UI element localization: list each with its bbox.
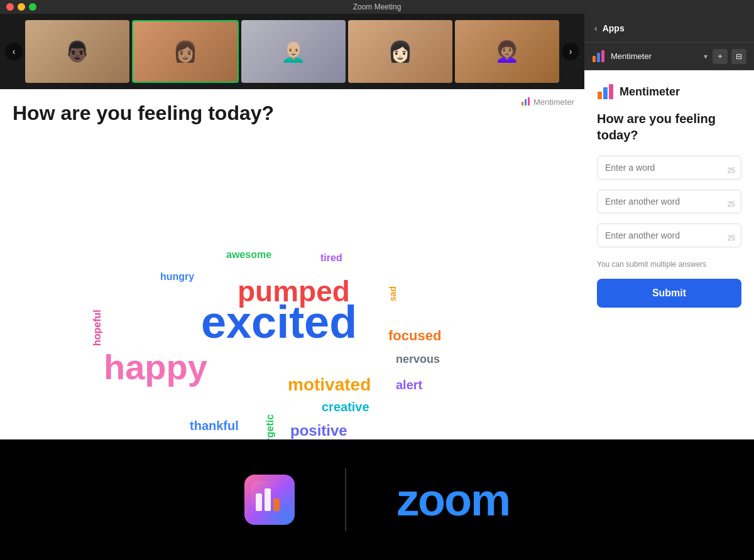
app-logo-svg — [251, 481, 288, 519]
menti-card-header: Mentimeter — [597, 83, 741, 100]
svg-rect-12 — [273, 498, 280, 511]
word-sad: sad — [388, 286, 398, 301]
video-thumb-4: 👩🏻 — [348, 20, 452, 83]
menti-action-filter[interactable]: ⊟ — [731, 49, 746, 64]
svg-rect-5 — [601, 50, 604, 62]
menti-card-question: How are you feeling today? — [597, 110, 741, 143]
participant-1: 👨🏿 — [25, 20, 129, 83]
mentimeter-logo-icon — [521, 97, 531, 107]
svg-rect-7 — [603, 87, 608, 99]
word-tired: tired — [320, 252, 342, 264]
word-input-wrapper-1: 25 — [597, 156, 741, 185]
word-alert: alert — [396, 378, 422, 392]
svg-rect-10 — [256, 493, 262, 511]
word-pumped: pumped — [238, 274, 350, 308]
word-input-wrapper-2: 25 — [597, 190, 741, 218]
svg-rect-2 — [528, 97, 530, 105]
participant-2: 👩🏽 — [133, 21, 238, 82]
presentation-question: How are you feeling today? — [13, 102, 274, 125]
zoom-app-icon — [244, 475, 295, 525]
video-strip: ‹ 👨🏿 👩🏽 👨🏼‍🦲 👩🏻 👩🏽‍🦱 › — [0, 14, 584, 89]
submit-hint: You can submit multiple answers — [597, 260, 741, 269]
word-nervous: nervous — [396, 353, 440, 366]
menti-action-add[interactable]: + — [713, 49, 728, 64]
video-thumb-3: 👨🏼‍🦲 — [241, 20, 346, 83]
word-input-3[interactable] — [597, 223, 741, 247]
video-thumb-1: 👨🏿 — [25, 20, 129, 83]
word-awesome: awesome — [226, 249, 271, 261]
word-positive: positive — [290, 422, 347, 439]
svg-rect-1 — [525, 99, 527, 105]
apps-chevron-icon[interactable]: ‹ — [594, 23, 598, 33]
video-nav-left[interactable]: ‹ — [5, 43, 23, 60]
participant-4: 👩🏻 — [348, 20, 452, 83]
char-count-1: 25 — [728, 166, 735, 174]
video-nav-right[interactable]: › — [562, 43, 579, 60]
char-count-3: 25 — [728, 234, 735, 242]
word-motivated: motivated — [288, 375, 371, 395]
word-happy: happy — [104, 347, 207, 387]
svg-rect-11 — [265, 488, 271, 511]
window-buttons — [6, 3, 36, 11]
window-title: Zoom Meeting — [353, 3, 402, 11]
word-focused: focused — [388, 328, 441, 344]
mentimeter-logo-main: Mentimeter — [521, 97, 574, 107]
word-hungry: hungry — [160, 271, 194, 283]
apps-header: ‹ Apps — [584, 14, 754, 43]
svg-rect-4 — [597, 53, 600, 62]
char-count-2: 25 — [728, 200, 735, 208]
menti-card-logo-icon — [597, 83, 615, 100]
mentimeter-bar-label: Mentimeter — [611, 51, 699, 61]
word-input-2[interactable] — [597, 190, 741, 213]
svg-rect-3 — [593, 56, 596, 62]
video-thumb-2: 👩🏽 — [132, 20, 239, 83]
close-button[interactable] — [6, 3, 14, 11]
word-input-wrapper-3: 25 — [597, 223, 741, 252]
window-chrome: Zoom Meeting — [0, 0, 754, 14]
svg-rect-0 — [522, 102, 523, 105]
zoom-branding-area: zoom — [0, 439, 754, 560]
submit-button[interactable]: Submit — [597, 279, 741, 308]
svg-rect-6 — [598, 92, 602, 99]
minimize-button[interactable] — [18, 3, 25, 11]
video-thumb-5: 👩🏽‍🦱 — [455, 20, 559, 83]
menti-bar-actions: + ⊟ — [713, 49, 746, 64]
mentimeter-bar: Mentimeter ▾ + ⊟ — [584, 43, 754, 70]
menti-brand-name: Mentimeter — [620, 85, 680, 99]
word-hopeful: hopeful — [92, 310, 103, 346]
svg-rect-8 — [609, 84, 613, 99]
participant-3: 👨🏼‍🦲 — [241, 20, 346, 83]
participant-5: 👩🏽‍🦱 — [455, 20, 559, 83]
maximize-button[interactable] — [29, 3, 36, 11]
mentimeter-bar-icon — [592, 50, 606, 63]
word-creative: creative — [322, 400, 369, 414]
zoom-divider — [345, 468, 346, 531]
word-thankful: thankful — [190, 419, 239, 433]
apps-title: Apps — [603, 23, 744, 33]
mentimeter-label: Mentimeter — [533, 97, 574, 107]
mentimeter-bar-chevron[interactable]: ▾ — [704, 52, 708, 61]
zoom-logo: zoom — [396, 474, 510, 525]
word-input-1[interactable] — [597, 156, 741, 180]
